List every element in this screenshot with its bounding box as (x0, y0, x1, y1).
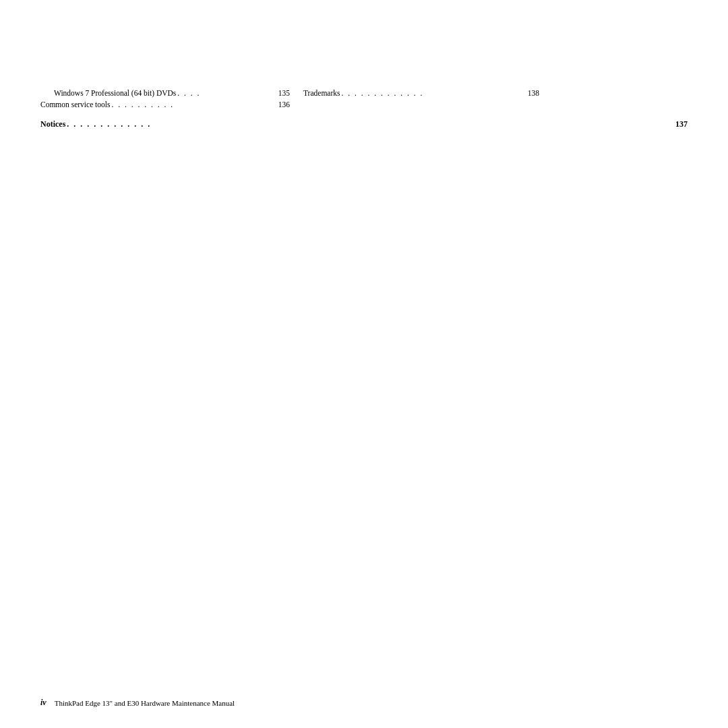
toc-entry-common: Common service tools . . . . . . . . . .… (40, 99, 290, 111)
toc-dots-trademarks: . . . . . . . . . . . . . (342, 88, 526, 99)
toc-label-common: Common service tools (40, 99, 111, 111)
page-content: Windows 7 Professional (64 bit) DVDs . .… (40, 88, 688, 130)
toc-left: Windows 7 Professional (64 bit) DVDs . .… (40, 88, 290, 111)
footer-title: ThinkPad Edge 13" and E30 Hardware Maint… (55, 699, 235, 707)
toc-dots-common: . . . . . . . . . . (112, 99, 277, 111)
toc-dots-win7: . . . . (177, 88, 276, 99)
toc-page-win7: 135 (278, 88, 290, 99)
toc-dots-notices: . . . . . . . . . . . . . (67, 118, 674, 130)
toc-entry-trademarks: Trademarks . . . . . . . . . . . . . 138 (303, 88, 539, 99)
toc-label-win7: Windows 7 Professional (64 bit) DVDs (54, 88, 176, 99)
toc-label-trademarks: Trademarks (303, 88, 340, 99)
toc-row: Windows 7 Professional (64 bit) DVDs . .… (40, 88, 688, 111)
toc-entry-win7: Windows 7 Professional (64 bit) DVDs . .… (40, 88, 290, 99)
toc-entry-notices: Notices . . . . . . . . . . . . . 137 (40, 118, 688, 130)
toc-label-notices: Notices (40, 118, 65, 130)
footer-page-number: iv (40, 698, 47, 708)
toc-page-trademarks: 138 (528, 88, 539, 99)
toc-page-notices: 137 (675, 118, 688, 130)
footer: iv ThinkPad Edge 13" and E30 Hardware Ma… (40, 698, 688, 708)
toc-page-common: 136 (278, 99, 290, 111)
toc-right: Trademarks . . . . . . . . . . . . . 138 (290, 88, 539, 111)
